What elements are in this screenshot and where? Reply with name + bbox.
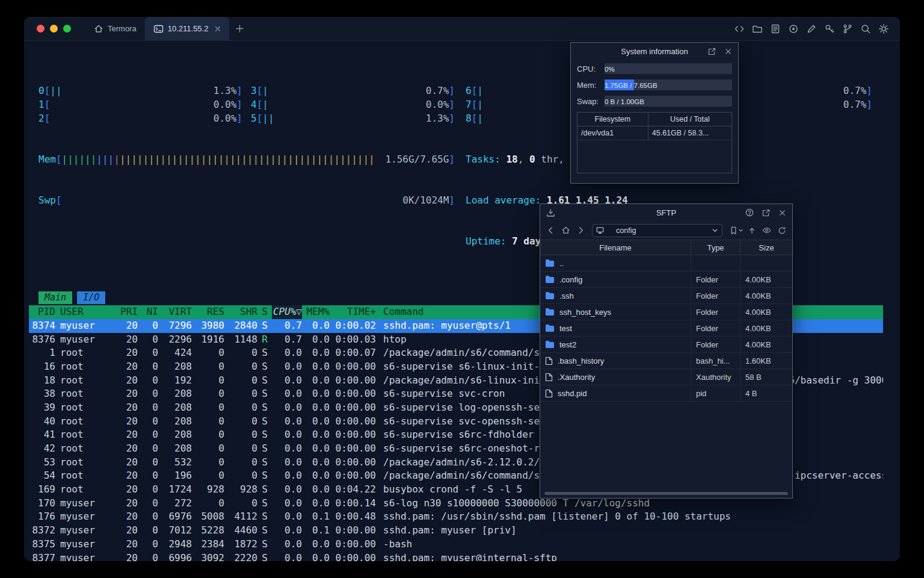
cell-virt: 208 bbox=[158, 387, 192, 401]
file-row[interactable]: ssh_host_keys Folder 4.00KB bbox=[540, 304, 792, 320]
bookmark-dropdown-icon[interactable] bbox=[738, 228, 744, 233]
sftp-panel: SFTP config Filen bbox=[540, 204, 793, 499]
record-icon[interactable] bbox=[785, 20, 801, 37]
file-row[interactable]: .Xauthority Xauthority 58 B bbox=[540, 369, 792, 385]
process-row[interactable]: 8372 myuser 20 0 7012 5228 4460 S 0.0 0.… bbox=[29, 524, 883, 538]
col-res[interactable]: RES bbox=[192, 305, 224, 319]
col-size[interactable]: Size bbox=[740, 240, 792, 255]
home-icon bbox=[94, 24, 103, 34]
process-row[interactable]: 176 myuser 20 0 6976 5008 4112 S 0.0 0.1… bbox=[29, 510, 883, 524]
cell-pri: 20 bbox=[116, 456, 138, 470]
cell-virt: 208 bbox=[158, 442, 192, 456]
cell-command: s6-log n30 s10000000 S30000000 T /var/lo… bbox=[376, 497, 883, 511]
process-row[interactable]: 8375 myuser 20 0 2948 2384 1872 S 0.0 0.… bbox=[29, 538, 883, 552]
refresh-icon[interactable] bbox=[775, 223, 789, 237]
file-size: 58 B bbox=[740, 369, 792, 385]
filesystem-row[interactable]: /dev/vda1 45.61GB / 58.3... bbox=[578, 126, 732, 140]
col-pid[interactable]: PID bbox=[29, 305, 55, 319]
back-icon[interactable] bbox=[544, 223, 558, 237]
cell-user: myuser bbox=[55, 333, 116, 347]
cell-cpu: 0.0 bbox=[272, 415, 302, 429]
htop-screen-tab[interactable]: I/O bbox=[77, 291, 105, 304]
col-mem[interactable]: MEM% bbox=[302, 305, 330, 319]
cell-virt: 272 bbox=[158, 497, 192, 511]
col-filename[interactable]: Filename bbox=[540, 240, 691, 255]
swap-label: Swap: bbox=[577, 97, 605, 106]
cell-pri: 20 bbox=[116, 346, 138, 360]
minimize-window-button[interactable] bbox=[50, 25, 58, 33]
file-size: 4.00KB bbox=[740, 288, 792, 303]
transfers-icon[interactable] bbox=[545, 207, 556, 218]
file-name: test bbox=[559, 324, 572, 333]
folder-icon[interactable] bbox=[749, 20, 765, 37]
cell-ni: 0 bbox=[138, 346, 158, 360]
col-pri[interactable]: PRI bbox=[116, 305, 138, 319]
code-icon[interactable] bbox=[731, 20, 747, 37]
file-size: 4.00KB bbox=[740, 272, 792, 287]
key-icon[interactable] bbox=[821, 20, 837, 37]
process-row[interactable]: 8377 myuser 20 0 6996 3092 2220 S 0.0 0.… bbox=[29, 552, 883, 561]
cell-user: myuser bbox=[55, 524, 116, 538]
col-ni[interactable]: NI bbox=[138, 305, 158, 319]
edit-icon[interactable] bbox=[803, 20, 819, 37]
close-window-button[interactable] bbox=[37, 25, 45, 33]
col-cpu-sorted[interactable]: CPU%▽ bbox=[272, 305, 302, 319]
cell-command: sshd.pam: myuser [priv] bbox=[376, 524, 883, 538]
file-size: 4.00KB bbox=[740, 304, 792, 320]
file-row[interactable]: test Folder 4.00KB bbox=[540, 320, 792, 337]
cell-shr: 2220 bbox=[224, 552, 257, 561]
cell-time: 0:00.00 bbox=[330, 428, 376, 442]
search-icon[interactable] bbox=[857, 20, 873, 37]
horizontal-scrollbar[interactable] bbox=[544, 492, 788, 495]
cell-cpu: 0.0 bbox=[272, 387, 302, 401]
cell-shr: 0 bbox=[224, 360, 257, 374]
branch-icon[interactable] bbox=[839, 20, 855, 37]
cell-time: 0:00.00 bbox=[330, 374, 376, 388]
file-row[interactable]: test2 Folder 4.00KB bbox=[540, 337, 792, 353]
col-virt[interactable]: VIRT bbox=[158, 305, 192, 319]
cell-res: 0 bbox=[192, 442, 224, 456]
open-in-window-icon[interactable] bbox=[706, 46, 717, 57]
cell-state: S bbox=[257, 374, 272, 388]
cell-mem: 0.0 bbox=[302, 360, 330, 374]
open-in-window-icon[interactable] bbox=[760, 207, 771, 218]
cell-shr: 0 bbox=[224, 442, 257, 456]
process-row[interactable]: 170 myuser 20 0 272 0 0 S 0.0 0.0 0:00.1… bbox=[29, 497, 883, 511]
htop-screen-tab[interactable]: Main bbox=[38, 291, 72, 304]
cell-pid: 8377 bbox=[29, 552, 55, 561]
close-icon[interactable] bbox=[722, 46, 733, 57]
path-breadcrumb[interactable]: config bbox=[592, 224, 722, 237]
cell-mem: 0.0 bbox=[302, 552, 330, 561]
forward-icon[interactable] bbox=[574, 223, 588, 237]
file-row[interactable]: sshd.pid pid 4 B bbox=[540, 385, 792, 402]
col-time[interactable]: TIME+ bbox=[330, 305, 376, 319]
zoom-window-button[interactable] bbox=[63, 25, 71, 33]
cell-time: 0:00.00 bbox=[330, 360, 376, 374]
file-row[interactable]: .. bbox=[540, 255, 792, 272]
parent-directory-icon[interactable] bbox=[745, 223, 759, 237]
file-row[interactable]: .config Folder 4.00KB bbox=[540, 272, 792, 288]
mem-meter: Mem[||||||||||||||||||||||||||||||||||||… bbox=[38, 153, 455, 167]
chevron-down-icon[interactable] bbox=[712, 227, 718, 234]
col-shr[interactable]: SHR bbox=[224, 305, 257, 319]
sysinfo-swap-row: Swap: 0 B / 1.00GB bbox=[577, 96, 732, 107]
close-icon[interactable] bbox=[777, 207, 787, 218]
folder-icon bbox=[545, 259, 555, 267]
file-row[interactable]: .ssh Folder 4.00KB bbox=[540, 288, 792, 304]
close-tab-icon[interactable] bbox=[215, 26, 221, 32]
help-icon[interactable] bbox=[744, 207, 755, 218]
tab-host[interactable]: 10.211.55.2 bbox=[145, 17, 230, 40]
cell-mem: 0.0 bbox=[302, 428, 330, 442]
cell-virt: 532 bbox=[158, 456, 192, 470]
cell-user: myuser bbox=[55, 319, 116, 333]
col-user[interactable]: USER bbox=[55, 305, 116, 319]
settings-icon[interactable] bbox=[875, 20, 892, 37]
col-type[interactable]: Type bbox=[691, 240, 740, 255]
show-hidden-icon[interactable] bbox=[760, 223, 774, 237]
file-row[interactable]: .bash_history bash_hi... 1.60KB bbox=[540, 353, 792, 369]
new-tab-button[interactable] bbox=[229, 17, 250, 40]
home-icon[interactable] bbox=[559, 223, 573, 237]
col-state[interactable]: S bbox=[257, 305, 272, 319]
log-icon[interactable] bbox=[767, 20, 783, 37]
tab-termora[interactable]: Termora bbox=[85, 17, 145, 40]
